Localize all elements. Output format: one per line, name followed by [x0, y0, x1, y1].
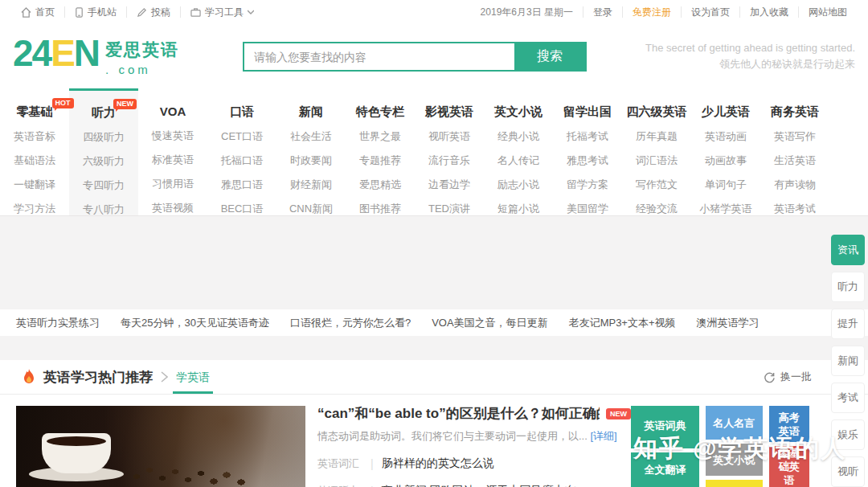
refresh-batch-button[interactable]: 换一批: [764, 360, 812, 394]
tile-translate[interactable]: 全文翻译: [631, 452, 699, 487]
nav-item-novels[interactable]: 英文小说: [494, 104, 542, 120]
search-button[interactable]: 搜索: [514, 43, 585, 70]
nav-sub-item[interactable]: 词汇语法: [622, 153, 691, 168]
nav-sub-item[interactable]: CNN新闻: [276, 202, 346, 216]
nav-sub-item[interactable]: 名人传记: [484, 153, 553, 168]
nav-sub-item[interactable]: 动画故事: [691, 153, 760, 168]
nav-sub-item[interactable]: 经验交流: [622, 202, 691, 216]
nav-sub-item[interactable]: 英语视频: [138, 201, 207, 215]
tile-yellow[interactable]: [706, 480, 763, 487]
nav-sub-item[interactable]: 爱思精选: [346, 178, 415, 192]
tile-dictionary[interactable]: 英语词典: [631, 406, 699, 448]
nav-sub-item[interactable]: TED演讲: [415, 202, 484, 216]
nav-sub-item[interactable]: 习惯用语: [138, 177, 207, 191]
read-more-link[interactable]: [详细]: [590, 430, 616, 442]
nav-sub-item[interactable]: 财经新闻: [276, 178, 346, 192]
set-homepage-link[interactable]: 设为首页: [681, 6, 739, 18]
nav-sub-item[interactable]: 历年真题: [622, 129, 691, 144]
nav-sub-item[interactable]: 励志小说: [484, 178, 553, 192]
nav-sub-item[interactable]: 美国留学: [553, 202, 622, 216]
nav-item-cet[interactable]: 四六级英语: [627, 104, 687, 120]
nav-sub-item[interactable]: 专题推荐: [346, 153, 415, 168]
article-category[interactable]: 英语听力: [317, 484, 369, 487]
nav-sub-item[interactable]: 托福考试: [553, 129, 622, 144]
nav-sub-item[interactable]: 英语考试: [760, 202, 829, 216]
nav-sub-item[interactable]: 有声读物: [760, 178, 829, 192]
article-category[interactable]: 英语词汇: [317, 456, 369, 471]
nav-sub-item[interactable]: 英语动画: [691, 129, 760, 144]
nav-sub-item[interactable]: 生活英语: [760, 153, 829, 168]
nav-sub-item[interactable]: 留学方案: [553, 178, 622, 192]
tab-learn-english[interactable]: 学英语: [176, 360, 210, 394]
nav-item-listening[interactable]: 听力NEW: [92, 105, 116, 121]
sidebar-item-tisheng[interactable]: 提升: [831, 309, 865, 339]
article-link[interactable]: 商业新闻:团购网站，源于中国风靡中东: [382, 484, 576, 487]
article-title-link[interactable]: “can”和“be able to”的区别是什么？如何正确的使: [317, 404, 600, 423]
nav-item-abroad[interactable]: 留学出国: [563, 104, 612, 120]
nav-sub-item[interactable]: 标准英语: [138, 153, 207, 167]
nav-sub-item[interactable]: 视听英语: [415, 129, 484, 144]
nav-item-kids[interactable]: 少儿英语: [702, 104, 750, 120]
tile-novels[interactable]: 英文小说: [706, 444, 763, 476]
nav-sub-item[interactable]: 流行音乐: [415, 153, 484, 168]
nav-sub-item[interactable]: 世界之最: [346, 129, 415, 144]
quick-link[interactable]: VOA美国之音，每日更新: [432, 316, 547, 330]
nav-sub-item[interactable]: 一键翻译: [0, 178, 69, 192]
login-link[interactable]: 登录: [583, 6, 622, 18]
nav-item-speaking[interactable]: 口语: [230, 104, 254, 120]
sidebar-item-tingli[interactable]: 听力: [831, 272, 865, 302]
nav-sub-item[interactable]: 小猪学英语: [691, 202, 760, 216]
nav-sub-item[interactable]: 专四听力: [69, 178, 138, 193]
topbar-submit-link[interactable]: 投稿: [126, 6, 180, 18]
site-logo[interactable]: 24EN 爱思英语 . com: [13, 35, 179, 76]
nav-sub-item[interactable]: 慢速英语: [138, 129, 207, 143]
nav-sub-item[interactable]: 基础语法: [0, 153, 69, 168]
nav-sub-item[interactable]: 边看边学: [415, 178, 484, 192]
quick-link[interactable]: 老友记MP3+文本+视频: [569, 316, 676, 330]
quick-link[interactable]: 每天25分钟，30天见证英语奇迹: [121, 316, 269, 330]
search-input[interactable]: [244, 43, 514, 70]
tile-quotes[interactable]: 名人名言: [706, 406, 763, 440]
topbar-mobile-link[interactable]: 手机站: [64, 6, 126, 18]
sidebar-item-yule[interactable]: 娱乐: [831, 419, 865, 450]
nav-sub-item[interactable]: 时政要闻: [276, 153, 346, 168]
article-thumbnail-coffee[interactable]: [16, 406, 305, 487]
nav-sub-item[interactable]: BEC口语: [207, 202, 276, 216]
register-link[interactable]: 免费注册: [622, 6, 681, 18]
nav-item-beginner[interactable]: 零基础HOT: [17, 104, 53, 120]
nav-sub-item[interactable]: 写作范文: [622, 178, 691, 192]
nav-sub-item[interactable]: 雅思口语: [207, 178, 276, 192]
nav-sub-item[interactable]: 单词句子: [691, 178, 760, 192]
add-favorite-link[interactable]: 加入收藏: [739, 6, 798, 18]
nav-sub-item[interactable]: 学习方法: [0, 202, 69, 216]
sidebar-item-shiting[interactable]: 视听: [831, 456, 865, 487]
nav-sub-item[interactable]: 图书推荐: [346, 202, 415, 216]
nav-sub-item[interactable]: 英语写作: [760, 129, 829, 144]
sidebar-item-kaoshi[interactable]: 考试: [831, 383, 865, 413]
nav-sub-item[interactable]: 六级听力: [69, 154, 138, 169]
nav-item-features[interactable]: 特色专栏: [356, 104, 404, 120]
nav-sub-item[interactable]: 英语音标: [0, 129, 69, 144]
nav-item-business[interactable]: 商务英语: [771, 104, 819, 120]
nav-sub-item[interactable]: 托福口语: [207, 153, 276, 168]
nav-sub-item[interactable]: CET口语: [207, 129, 276, 144]
tile-gaokao[interactable]: 高考英语: [769, 406, 809, 442]
topbar-tools-menu[interactable]: 学习工具: [180, 6, 264, 18]
sitemap-link[interactable]: 网站地图: [798, 6, 857, 18]
nav-sub-item[interactable]: 四级听力: [69, 130, 138, 145]
tile-beginner[interactable]: 零基础英语: [769, 446, 809, 487]
nav-sub-item[interactable]: 社会生活: [276, 129, 346, 144]
topbar-home-link[interactable]: 首页: [11, 6, 64, 18]
quick-link[interactable]: 澳洲英语学习: [697, 316, 760, 330]
article-link[interactable]: 肠袢样的的英文怎么说: [382, 456, 494, 471]
sidebar-item-xinwen[interactable]: 新闻: [831, 346, 865, 376]
quick-link[interactable]: 口语很烂，元芳你怎么看?: [290, 316, 411, 330]
nav-item-movies[interactable]: 影视英语: [425, 104, 473, 120]
nav-sub-item[interactable]: 雅思考试: [553, 153, 622, 168]
sidebar-item-zixun[interactable]: 资讯: [831, 235, 865, 265]
nav-item-news[interactable]: 新闻: [299, 104, 323, 120]
nav-item-voa[interactable]: VOA: [160, 104, 186, 118]
nav-sub-item[interactable]: 短篇小说: [484, 202, 553, 216]
quick-link[interactable]: 英语听力实景练习: [16, 316, 100, 330]
nav-sub-item[interactable]: 经典小说: [484, 129, 553, 144]
